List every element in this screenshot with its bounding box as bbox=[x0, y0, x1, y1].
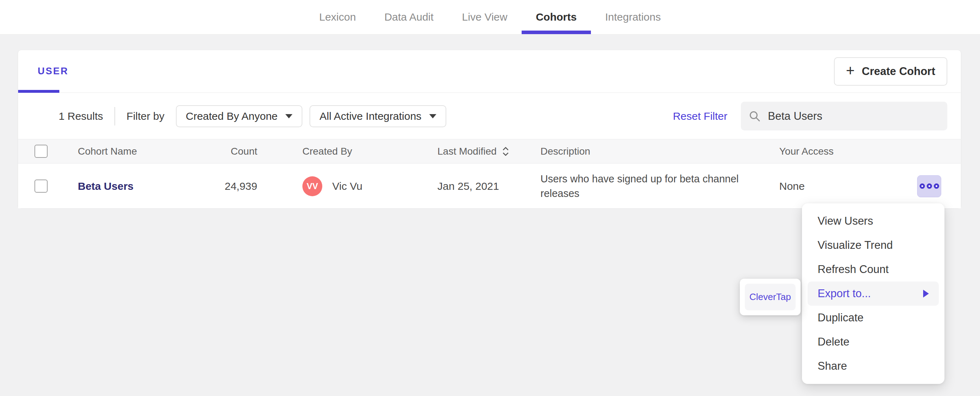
create-cohort-button[interactable]: + Create Cohort bbox=[834, 57, 947, 86]
header-description: Description bbox=[541, 139, 743, 163]
cohort-search-box[interactable] bbox=[741, 102, 947, 131]
header-count: Count bbox=[210, 139, 257, 163]
search-icon bbox=[749, 110, 761, 122]
cohort-type-tabs: USER + Create Cohort bbox=[18, 50, 961, 93]
created-by-name: Vic Vu bbox=[332, 180, 363, 192]
nav-tab-integrations[interactable]: Integrations bbox=[591, 0, 675, 34]
last-modified-value: Jan 25, 2021 bbox=[438, 164, 499, 208]
table-row: Beta Users 24,939 VV Vic Vu Jan 25, 2021… bbox=[18, 164, 961, 208]
tab-user[interactable]: USER bbox=[38, 50, 68, 93]
three-dots-icon bbox=[920, 184, 925, 189]
integrations-dropdown[interactable]: All Active Integrations bbox=[310, 105, 446, 127]
avatar: VV bbox=[302, 176, 322, 196]
caret-down-icon bbox=[285, 114, 293, 118]
menu-item-refresh-count[interactable]: Refresh Count bbox=[808, 257, 939, 281]
header-last-modified[interactable]: Last Modified bbox=[438, 139, 509, 163]
table-header: Cohort Name Count Created By Last Modifi… bbox=[18, 139, 961, 163]
cohort-count: 24,939 bbox=[210, 164, 257, 208]
search-input[interactable] bbox=[768, 110, 940, 123]
plus-icon: + bbox=[846, 63, 855, 78]
export-submenu: CleverTap bbox=[740, 279, 800, 315]
menu-item-export-to[interactable]: Export to... bbox=[808, 281, 939, 306]
menu-item-share[interactable]: Share bbox=[808, 354, 939, 378]
arrow-right-icon bbox=[923, 290, 929, 297]
nav-tab-cohorts[interactable]: Cohorts bbox=[522, 0, 591, 34]
created-by-cell: VV Vic Vu bbox=[302, 164, 363, 208]
divider bbox=[115, 107, 115, 126]
results-count: 1 Results bbox=[59, 110, 103, 122]
cohort-name-link[interactable]: Beta Users bbox=[78, 180, 134, 192]
select-all-cell bbox=[35, 139, 48, 163]
nav-tab-lexicon[interactable]: Lexicon bbox=[305, 0, 370, 34]
menu-item-export-to-label: Export to... bbox=[818, 287, 871, 300]
row-actions-cell bbox=[917, 164, 941, 208]
row-select-cell bbox=[35, 164, 48, 208]
description-cell: Users who have signed up for beta channe… bbox=[541, 164, 743, 208]
description-text: Users who have signed up for beta channe… bbox=[541, 172, 743, 200]
top-navbar: Lexicon Data Audit Live View Cohorts Int… bbox=[0, 0, 980, 35]
nav-tab-data-audit[interactable]: Data Audit bbox=[370, 0, 448, 34]
cohorts-panel: USER + Create Cohort 1 Results Filter by… bbox=[18, 50, 961, 208]
header-last-modified-label: Last Modified bbox=[438, 146, 497, 157]
sort-updown-icon[interactable] bbox=[502, 146, 509, 157]
row-context-menu: View Users Visualize Trend Refresh Count… bbox=[802, 203, 945, 384]
submenu-item-clevertap[interactable]: CleverTap bbox=[745, 284, 795, 310]
create-cohort-label: Create Cohort bbox=[862, 65, 935, 78]
filter-by-label: Filter by bbox=[127, 110, 164, 122]
header-cohort-name: Cohort Name bbox=[78, 139, 137, 163]
created-by-dropdown-label: Created By Anyone bbox=[186, 110, 278, 122]
integrations-dropdown-label: All Active Integrations bbox=[320, 110, 422, 122]
your-access-value: None bbox=[779, 164, 805, 208]
menu-item-delete[interactable]: Delete bbox=[808, 330, 939, 354]
reset-filter-link[interactable]: Reset Filter bbox=[673, 110, 727, 122]
menu-item-view-users[interactable]: View Users bbox=[808, 209, 939, 233]
row-checkbox[interactable] bbox=[35, 179, 48, 193]
created-by-dropdown[interactable]: Created By Anyone bbox=[176, 105, 303, 127]
menu-item-visualize-trend[interactable]: Visualize Trend bbox=[808, 233, 939, 257]
filter-bar: 1 Results Filter by Created By Anyone Al… bbox=[18, 93, 961, 139]
select-all-checkbox[interactable] bbox=[35, 145, 48, 158]
header-your-access: Your Access bbox=[779, 139, 834, 163]
tab-user-active-underline bbox=[18, 90, 59, 93]
caret-down-icon bbox=[429, 114, 436, 118]
more-actions-button[interactable] bbox=[917, 175, 941, 197]
nav-tab-live-view[interactable]: Live View bbox=[448, 0, 522, 34]
menu-item-duplicate[interactable]: Duplicate bbox=[808, 306, 939, 330]
header-created-by: Created By bbox=[302, 139, 352, 163]
